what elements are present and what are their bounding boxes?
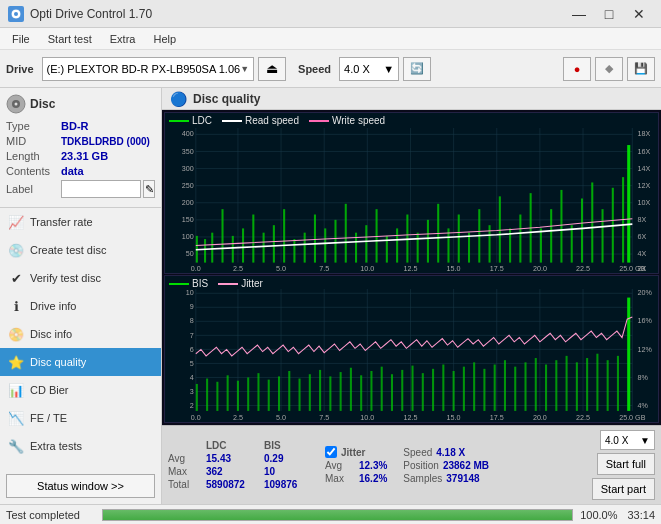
stats-speed-combo[interactable]: 4.0 X ▼ — [600, 430, 655, 450]
svg-rect-181 — [586, 358, 588, 411]
svg-text:17.5: 17.5 — [490, 264, 504, 273]
eject-button[interactable]: ⏏ — [258, 57, 286, 81]
icon-btn-1[interactable]: ● — [563, 57, 591, 81]
jitter-max-label: Max — [325, 473, 355, 484]
speed-row: Speed 4.18 X — [403, 447, 489, 458]
svg-rect-164 — [412, 366, 414, 411]
main-layout: Disc Type BD-R MID TDKBLDRBD (000) Lengt… — [0, 88, 661, 504]
disc-label-input[interactable] — [61, 180, 141, 198]
sidebar-item-transfer-rate[interactable]: 📈 Transfer rate — [0, 208, 161, 236]
write-speed-legend-label: Write speed — [332, 115, 385, 126]
sidebar-item-label-cd-bier: CD Bier — [30, 384, 69, 396]
stats-speed-arrow: ▼ — [640, 435, 650, 446]
svg-text:5: 5 — [190, 359, 194, 368]
close-button[interactable]: ✕ — [625, 2, 653, 26]
position-label: Position — [403, 460, 439, 471]
svg-text:14X: 14X — [637, 164, 650, 173]
jitter-avg-row: Avg 12.3% — [325, 460, 387, 471]
svg-text:4%: 4% — [637, 401, 648, 410]
disc-info-icon: 📀 — [8, 326, 24, 342]
maximize-button[interactable]: □ — [595, 2, 623, 26]
total-row: Total 5890872 109876 — [168, 479, 309, 490]
svg-rect-96 — [627, 145, 630, 263]
svg-text:10.0: 10.0 — [360, 413, 374, 422]
menu-start-test[interactable]: Start test — [40, 31, 100, 47]
svg-rect-148 — [247, 378, 249, 411]
status-window-button[interactable]: Status window >> — [6, 474, 155, 498]
jitter-checkbox[interactable] — [325, 446, 337, 458]
start-full-button[interactable]: Start full — [597, 453, 655, 475]
create-test-disc-icon: 💿 — [8, 242, 24, 258]
sidebar-item-fe-te[interactable]: 📉 FE / TE — [0, 404, 161, 432]
svg-rect-68 — [345, 204, 347, 263]
progress-bar-area: Test completed 100.0% 33:14 — [0, 504, 661, 524]
label-edit-button[interactable]: ✎ — [143, 180, 155, 198]
sidebar-item-extra-tests[interactable]: 🔧 Extra tests — [0, 432, 161, 460]
svg-rect-79 — [458, 215, 460, 263]
jitter-avg-val: 12.3% — [359, 460, 387, 471]
svg-rect-166 — [432, 369, 434, 411]
sidebar-item-label-fe-te: FE / TE — [30, 412, 67, 424]
start-part-button[interactable]: Start part — [592, 478, 655, 500]
icon-btn-2[interactable]: ◆ — [595, 57, 623, 81]
disc-title: Disc — [30, 97, 55, 111]
disc-panel: Disc Type BD-R MID TDKBLDRBD (000) Lengt… — [0, 88, 161, 208]
content-header: 🔵 Disc quality — [162, 88, 661, 110]
sidebar-item-label-drive-info: Drive info — [30, 300, 76, 312]
sidebar-item-label-disc-info: Disc info — [30, 328, 72, 340]
svg-rect-180 — [576, 363, 578, 412]
drive-selector[interactable]: (E:) PLEXTOR BD-R PX-LB950SA 1.06 ▼ — [42, 57, 255, 81]
refresh-button[interactable]: 🔄 — [403, 57, 431, 81]
svg-rect-172 — [494, 365, 496, 411]
svg-text:100: 100 — [182, 232, 194, 241]
write-speed-legend-dot — [309, 120, 329, 122]
total-bis: 109876 — [264, 479, 309, 490]
svg-rect-58 — [242, 228, 244, 262]
svg-text:2: 2 — [190, 401, 194, 410]
disc-type-label: Type — [6, 120, 61, 132]
svg-text:10X: 10X — [637, 198, 650, 207]
title-bar: Opti Drive Control 1.70 — □ ✕ — [0, 0, 661, 28]
disc-quality-icon: ⭐ — [8, 354, 24, 370]
sidebar-item-disc-info[interactable]: 📀 Disc info — [0, 320, 161, 348]
svg-text:2.5: 2.5 — [233, 264, 243, 273]
jitter-legend-dot — [218, 283, 238, 285]
svg-rect-178 — [555, 360, 557, 411]
menu-file[interactable]: File — [4, 31, 38, 47]
svg-rect-156 — [329, 377, 331, 412]
svg-rect-182 — [596, 354, 598, 411]
menu-help[interactable]: Help — [145, 31, 184, 47]
menu-extra[interactable]: Extra — [102, 31, 144, 47]
toolbar: Drive (E:) PLEXTOR BD-R PX-LB950SA 1.06 … — [0, 50, 661, 88]
sidebar-item-drive-info[interactable]: ℹ Drive info — [0, 292, 161, 320]
svg-rect-162 — [391, 375, 393, 412]
svg-text:16X: 16X — [637, 146, 650, 155]
sidebar-item-disc-quality[interactable]: ⭐ Disc quality — [0, 348, 161, 376]
sidebar-item-create-test-disc[interactable]: 💿 Create test disc — [0, 236, 161, 264]
svg-rect-75 — [417, 233, 419, 263]
svg-rect-171 — [483, 369, 485, 411]
svg-rect-160 — [370, 371, 372, 411]
speed-stat-val: 4.18 X — [436, 447, 465, 458]
svg-text:7.5: 7.5 — [319, 264, 329, 273]
sidebar-item-verify-test-disc[interactable]: ✔ Verify test disc — [0, 264, 161, 292]
svg-rect-61 — [273, 225, 275, 262]
svg-point-1 — [14, 12, 18, 16]
progress-bar-inner — [103, 510, 572, 520]
svg-rect-71 — [376, 209, 378, 262]
svg-rect-87 — [540, 228, 542, 262]
svg-text:22.5: 22.5 — [576, 413, 590, 422]
stats-speed-value: 4.0 X — [605, 435, 628, 446]
disc-length-value: 23.31 GB — [61, 150, 108, 162]
speed-selector[interactable]: 4.0 X ▼ — [339, 57, 399, 81]
svg-text:2.5: 2.5 — [233, 413, 243, 422]
write-speed-legend-item: Write speed — [309, 115, 385, 126]
save-button[interactable]: 💾 — [627, 57, 655, 81]
minimize-button[interactable]: — — [565, 2, 593, 26]
sidebar-item-cd-bier[interactable]: 📊 CD Bier — [0, 376, 161, 404]
svg-rect-78 — [447, 228, 449, 262]
jitter-legend-label: Jitter — [241, 278, 263, 289]
svg-text:15.0: 15.0 — [447, 413, 461, 422]
ldc-column-header: LDC — [206, 440, 256, 451]
content-title: Disc quality — [193, 92, 260, 106]
